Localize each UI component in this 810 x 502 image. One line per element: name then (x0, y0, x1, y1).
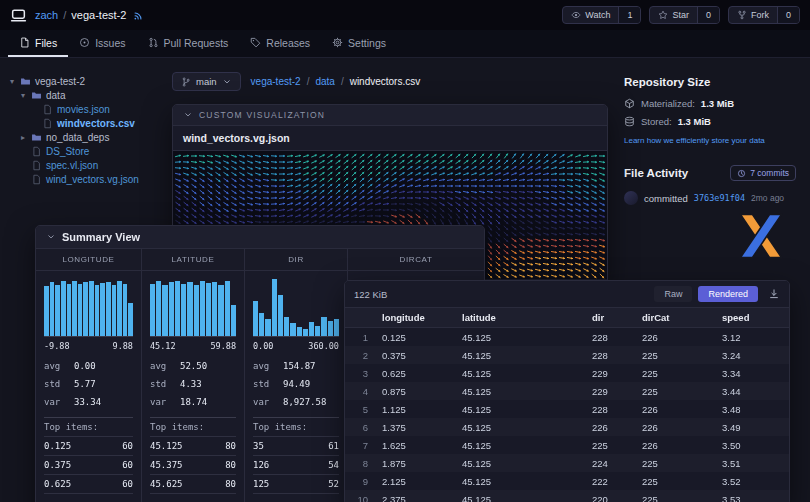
summary-panel-header[interactable]: Summary View (36, 226, 484, 249)
tree-item-label: vega-test-2 (35, 76, 85, 87)
histogram-bar (169, 282, 174, 336)
histogram-bar (187, 282, 192, 336)
collapse-chevron-icon[interactable] (183, 110, 193, 120)
tree-item-no-data-deps[interactable]: ▸no_data_deps (8, 130, 172, 144)
table-cell: 1.625 (375, 436, 455, 454)
tree-item-spec-vl-json[interactable]: spec.vl.json (8, 158, 172, 172)
folder-icon (20, 76, 31, 87)
col-header-speed[interactable]: speed (715, 308, 790, 328)
action-count[interactable]: 0 (697, 7, 719, 23)
commit-row: committed 3763e91f04 2mo ago (624, 191, 796, 205)
tree-item-data[interactable]: ▾data (8, 88, 172, 102)
table-row: 92.12545.1252222253.52 (345, 472, 790, 490)
stat-value: 154.87 (283, 361, 316, 371)
star-button[interactable]: Star0 (649, 6, 720, 24)
viz-panel-header[interactable]: CUSTOM VISUALIZATION (173, 105, 607, 126)
path-link[interactable]: vega-test-2 (251, 76, 301, 87)
tree-item-vega-test-2[interactable]: ▾vega-test-2 (8, 74, 172, 88)
table-cell: 225 (635, 364, 715, 382)
stat-label: var (44, 397, 74, 407)
doc-icon (42, 104, 53, 115)
col-header-latitude[interactable]: latitude (455, 308, 585, 328)
file-tree: ▾vega-test-2▾datamovies.jsonwindvectors.… (8, 74, 172, 186)
top-item-count: 60 (122, 460, 133, 470)
table-cell: 225 (635, 472, 715, 490)
table-cell: 226 (635, 328, 715, 347)
table-cell: 1.125 (375, 400, 455, 418)
path-link[interactable]: data (315, 76, 334, 87)
table-cell: 229 (585, 382, 635, 400)
top-item-row: 0.37560 (44, 456, 133, 475)
summary-col-header-dircat[interactable]: DIRCAT (348, 249, 484, 271)
tab-pull-requests[interactable]: Pull Requests (137, 30, 240, 57)
table-row: 81.87545.1252242253.51 (345, 454, 790, 472)
col-header-dircat[interactable]: dirCat (635, 308, 715, 328)
summary-panel-title: Summary View (62, 231, 140, 243)
summary-col-header-longitude[interactable]: LONGITUDE (36, 249, 142, 271)
table-cell: 226 (635, 436, 715, 454)
stat-value: 33.34 (74, 397, 101, 407)
download-icon[interactable] (768, 288, 780, 300)
table-cell: 0.625 (375, 364, 455, 382)
summary-col-header-latitude[interactable]: LATITUDE (142, 249, 245, 271)
top-item-count: 80 (225, 460, 236, 470)
table-cell: 45.125 (455, 382, 585, 400)
fork-button[interactable]: Fork0 (728, 6, 800, 24)
commits-badge[interactable]: 7 commits (730, 165, 796, 181)
rendered-toggle-button[interactable]: Rendered (698, 286, 758, 302)
doc-icon (31, 146, 42, 157)
table-cell: 3.49 (715, 418, 790, 436)
histogram-bar (315, 326, 320, 336)
avatar[interactable] (624, 191, 638, 205)
app-logo-icon[interactable] (10, 7, 27, 24)
table-cell: 45.125 (455, 472, 585, 490)
raw-toggle-button[interactable]: Raw (654, 286, 692, 302)
summary-col-header-dir[interactable]: DIR (245, 249, 348, 271)
histogram-bar (67, 284, 72, 336)
tree-item-ds-store[interactable]: DS_Store (8, 144, 172, 158)
action-count[interactable]: 1 (618, 7, 640, 23)
commits-count: 7 commits (750, 168, 789, 178)
xet-logo-icon (734, 209, 788, 263)
row-number: 1 (345, 328, 375, 347)
table-cell: 225 (635, 454, 715, 472)
col-header-longitude[interactable]: longitude (375, 308, 455, 328)
storage-docs-link[interactable]: Learn how we efficiently store your data (624, 136, 796, 145)
file-activity-header: File Activity 7 commits (624, 165, 796, 181)
tab-releases[interactable]: Releases (239, 30, 321, 57)
tab-issues[interactable]: Issues (68, 30, 136, 57)
top-item-value: 0.375 (44, 460, 71, 470)
histogram-bar (50, 282, 55, 336)
caret-down-icon[interactable]: ▾ (8, 77, 16, 86)
file-icon (19, 37, 30, 48)
action-label: Fork (751, 10, 769, 20)
materialized-label: Materialized: (641, 98, 695, 109)
caret-down-icon[interactable]: ▾ (19, 91, 27, 100)
repo-actions: Watch1Star0Fork0 (562, 6, 800, 24)
col-header-dir[interactable]: dir (585, 308, 635, 328)
commit-hash-link[interactable]: 3763e91f04 (694, 193, 745, 203)
histogram-bar (55, 285, 60, 336)
top-item-row: 0.12560 (44, 437, 133, 456)
stat-value: 5.77 (74, 379, 96, 389)
action-count[interactable]: 0 (777, 7, 799, 23)
tree-item-movies-json[interactable]: movies.json (8, 102, 172, 116)
histogram-bar (175, 281, 180, 336)
tab-files[interactable]: Files (8, 30, 68, 57)
tree-item-windvectors-csv[interactable]: windvectors.csv (8, 116, 172, 130)
tab-settings[interactable]: Settings (321, 30, 397, 57)
collapse-chevron-icon[interactable] (46, 232, 56, 242)
branch-selector[interactable]: main (172, 72, 241, 91)
top-items-label: Top items: (253, 417, 339, 437)
caret-right-icon[interactable]: ▸ (19, 133, 27, 142)
histogram-bar (284, 317, 289, 336)
hist-max: 59.88 (210, 341, 236, 351)
histogram-bar (156, 281, 161, 336)
main-stage: ▾vega-test-2▾datamovies.jsonwindvectors.… (0, 58, 810, 502)
watch-button[interactable]: Watch1 (562, 6, 641, 24)
row-number: 2 (345, 346, 375, 364)
tree-item-wind-vectors-vg-json[interactable]: wind_vectors.vg.json (8, 172, 172, 186)
user-link[interactable]: zach (35, 9, 58, 21)
row-number: 5 (345, 400, 375, 418)
table-cell: 45.125 (455, 328, 585, 347)
